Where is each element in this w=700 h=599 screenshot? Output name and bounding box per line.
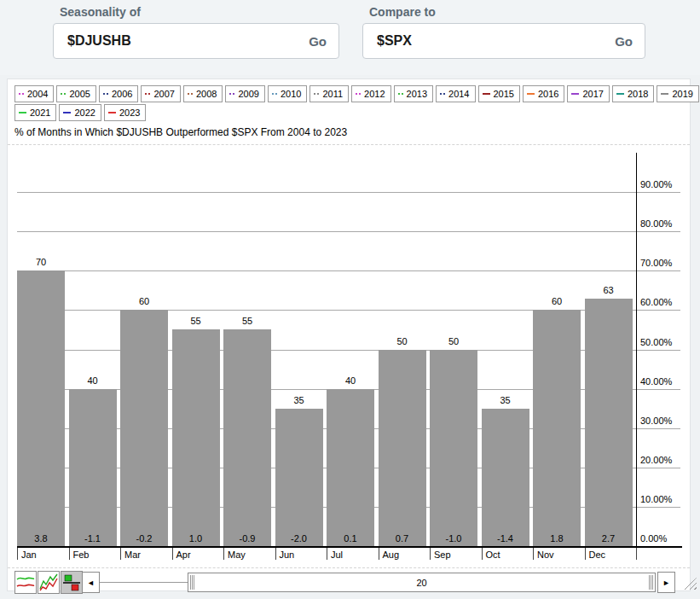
scrollbar-thumb[interactable]: 20 [188,573,656,592]
dotted-series-marker-icon [398,93,400,95]
legend-year-2018[interactable]: 2018 [612,85,654,102]
legend-year-2013[interactable]: 2013 [394,85,433,102]
legend-year-label: 2021 [30,108,50,118]
y-axis-tick-label: 90.00% [640,179,686,189]
month-label-Jun: Jun [280,550,295,560]
bar-Jan [17,270,65,546]
dotted-series-marker-icon [272,93,274,95]
dotted-series-marker-icon [229,93,231,95]
legend-year-2005[interactable]: 2005 [56,85,95,102]
bar-Apr [172,329,220,546]
month-tick [120,548,121,560]
dash-series-marker-icon [63,112,71,113]
dotted-series-marker-icon [314,93,315,95]
compare-field-group: Compare to Go [362,5,645,59]
bar-value-label: 63 [585,285,633,295]
legend-year-2011[interactable]: 2011 [310,85,349,102]
chart-area-top-border [8,144,690,145]
legend-year-2023[interactable]: 2023 [104,104,146,121]
legend-year-2012[interactable]: 2012 [351,85,390,102]
bar-avg-change-label: 0.1 [327,533,374,544]
gridline-80 [17,231,680,232]
month-tick [533,548,534,560]
gridline-60 [17,310,680,311]
bar-value-label: 35 [482,395,529,405]
y-axis-tick-label: 80.00% [640,218,686,229]
bar-avg-change-label: -1.1 [69,533,117,544]
bar-avg-change-label: 2.7 [585,533,633,544]
resize-handle-icon[interactable] [683,578,697,590]
gridline-50 [17,350,680,351]
legend-year-2010[interactable]: 2010 [268,85,307,102]
bar-avg-change-label: -0.2 [120,533,168,544]
thumb-grip-left-icon [190,575,194,590]
bar-avg-change-label: -0.9 [223,533,271,544]
zigzag-chart-icon-glyph [39,573,58,592]
dash-series-marker-icon [483,93,490,95]
legend-year-2007[interactable]: 2007 [141,85,180,102]
legend-year-label: 2014 [448,89,469,99]
bar-value-label: 60 [120,296,168,306]
bar-avg-change-label: -2.0 [275,533,323,544]
legend-year-2006[interactable]: 2006 [99,85,138,102]
legend-year-2017[interactable]: 2017 [567,85,609,102]
scroll-right-button[interactable]: ► [657,572,675,593]
bar-chart-icon[interactable] [61,571,83,594]
zigzag-chart-icon[interactable] [38,571,60,594]
line-chart-icon[interactable] [14,571,37,594]
scrollbar-track[interactable] [100,582,188,583]
bar-chart-icon-glyph [62,573,81,592]
dash-series-marker-icon [661,93,668,95]
seasonality-go-button[interactable]: Go [309,34,327,49]
legend-year-2022[interactable]: 2022 [59,104,101,121]
legend-year-2014[interactable]: 2014 [436,85,475,102]
bar-Sep [430,350,477,547]
gridline-70 [17,270,680,271]
bar-Jun [275,409,323,546]
legend-year-label: 2019 [672,89,692,99]
legend-year-2016[interactable]: 2016 [523,85,564,102]
month-label-May: May [228,550,246,560]
legend-year-label: 2009 [238,89,258,99]
y-axis-tick-label: 70.00% [640,258,686,268]
legend-year-2004[interactable]: 2004 [14,85,54,102]
dash-series-marker-icon [571,93,579,95]
legend-year-2015[interactable]: 2015 [478,85,520,102]
dotted-series-marker-icon [103,93,105,95]
bar-Mar [120,310,168,546]
legend-year-2009[interactable]: 2009 [225,85,264,102]
bar-value-label: 60 [533,296,581,306]
legend-year-label: 2006 [112,89,132,99]
legend-year-label: 2013 [407,89,427,99]
bar-value-label: 55 [172,316,220,326]
legend-year-label: 2022 [74,108,95,118]
legend-year-label: 2016 [538,89,558,99]
chart-panel: 2004200520062007200820092010201120122013… [7,79,691,591]
month-label-Oct: Oct [486,550,500,560]
seasonality-symbol-input[interactable] [66,32,257,49]
dash-series-marker-icon [616,93,624,95]
dash-series-marker-icon [108,112,116,113]
month-label-Aug: Aug [383,550,400,560]
chart-area-bottom-border [8,567,690,568]
legend-year-2021[interactable]: 2021 [14,104,56,121]
month-label-Feb: Feb [73,550,90,560]
legend-year-2008[interactable]: 2008 [183,85,223,102]
y-axis-tick-label: 30.00% [640,416,686,426]
bar-Dec [585,299,633,546]
bar-avg-change-label: 0.7 [379,533,426,544]
left-arrow-icon: ◄ [87,579,95,587]
month-label-Apr: Apr [176,550,191,560]
compare-go-button[interactable]: Go [615,34,633,49]
x-axis-line [17,546,682,548]
month-tick-end [636,548,637,560]
dotted-series-marker-icon [19,93,20,95]
y-axis-tick-label: 60.00% [640,297,686,307]
bar-value-label: 50 [379,336,426,346]
month-tick [17,548,18,560]
legend-year-2019[interactable]: 2019 [657,85,698,102]
compare-symbol-input[interactable] [375,32,566,49]
y-axis-line [636,153,637,547]
scroll-left-button[interactable]: ◄ [82,572,100,593]
legend-year-label: 2017 [582,89,603,99]
